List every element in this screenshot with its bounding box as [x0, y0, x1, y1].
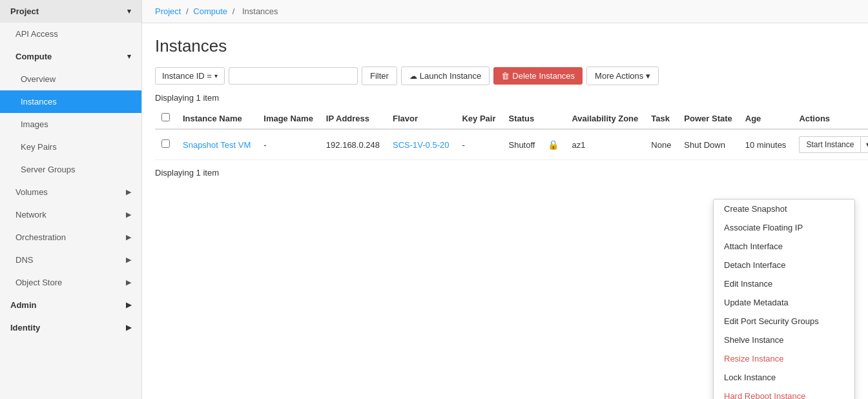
flavor-link[interactable]: SCS-1V-0.5-20 [393, 140, 449, 150]
chevron-down-icon: ▾ [127, 52, 131, 61]
launch-instance-button[interactable]: ☁ Launch Instance [401, 66, 490, 85]
row-checkbox[interactable] [155, 129, 176, 160]
sidebar-item-admin[interactable]: Admin ▶ [0, 294, 141, 316]
breadcrumb: Project / Compute / Instances [142, 0, 868, 23]
sidebar-network-label: Network [16, 210, 46, 220]
row-ip-address: 192.168.0.248 [320, 129, 386, 160]
select-all-header[interactable] [155, 108, 176, 129]
cloud-icon: ☁ [409, 72, 417, 81]
count-text-top: Displaying 1 item [155, 93, 855, 103]
sidebar-item-images[interactable]: Images [0, 113, 141, 136]
row-select-checkbox[interactable] [161, 139, 170, 148]
sidebar-dns-label: DNS [16, 255, 33, 265]
sidebar-item-object-store[interactable]: Object Store ▶ [0, 271, 141, 294]
row-az: az1 [565, 129, 645, 160]
main-content: Project / Compute / Instances Instances … [142, 0, 868, 399]
delete-instances-button[interactable]: 🗑 Delete Instances [493, 67, 583, 85]
sidebar-item-key-pairs[interactable]: Key Pairs [0, 136, 141, 158]
sidebar-item-orchestration[interactable]: Orchestration ▶ [0, 226, 141, 249]
breadcrumb-compute[interactable]: Compute [193, 6, 227, 16]
sidebar-overview-label: Overview [21, 74, 56, 84]
sidebar-identity-label: Identity [10, 323, 40, 332]
page-title: Instances [155, 36, 855, 56]
dropdown-detach-interface[interactable]: Detach Interface [714, 256, 854, 274]
row-key-pair: - [455, 129, 502, 160]
chevron-down-icon: ▾ [214, 72, 218, 79]
chevron-right-icon: ▶ [126, 233, 131, 241]
toolbar: Instance ID = ▾ Filter ☁ Launch Instance… [155, 66, 855, 85]
sidebar-admin-label: Admin [10, 300, 36, 310]
dropdown-shelve-instance[interactable]: Shelve Instance [714, 331, 854, 349]
dropdown-resize-instance[interactable]: Resize Instance [714, 349, 854, 368]
sidebar-item-api-access[interactable]: API Access [0, 23, 141, 45]
chevron-right-icon: ▶ [126, 301, 131, 309]
col-actions: Actions [792, 108, 868, 129]
more-actions-button[interactable]: More Actions ▾ [586, 66, 659, 85]
sidebar-volumes-label: Volumes [16, 187, 48, 197]
chevron-right-icon: ▶ [126, 256, 131, 264]
filter-input[interactable] [229, 67, 358, 85]
breadcrumb-project[interactable]: Project [155, 6, 181, 16]
sidebar-key-pairs-label: Key Pairs [21, 142, 57, 152]
sidebar-item-compute[interactable]: Compute ▾ [0, 45, 141, 68]
dropdown-hard-reboot[interactable]: Hard Reboot Instance [714, 387, 854, 399]
row-actions: Start Instance ▾ [792, 129, 868, 160]
col-flavor: Flavor [386, 108, 455, 129]
trash-icon: 🗑 [501, 71, 510, 81]
chevron-right-icon: ▶ [126, 278, 131, 287]
select-all-checkbox[interactable] [161, 113, 170, 121]
dropdown-edit-instance[interactable]: Edit Instance [714, 274, 854, 293]
col-lock [541, 108, 565, 129]
filter-button[interactable]: Filter [362, 66, 397, 85]
sidebar-images-label: Images [21, 119, 48, 129]
filter-select[interactable]: Instance ID = ▾ [155, 67, 225, 85]
chevron-down-icon: ▾ [127, 7, 131, 15]
sidebar-item-project[interactable]: Project ▾ [0, 0, 141, 23]
chevron-right-icon: ▶ [126, 188, 131, 196]
chevron-right-icon: ▶ [126, 323, 131, 332]
sidebar-instances-label: Instances [21, 97, 57, 107]
count-text-bottom: Displaying 1 item [155, 168, 855, 178]
sidebar-orchestration-label: Orchestration [16, 232, 66, 242]
content-area: Instances Instance ID = ▾ Filter ☁ Launc… [142, 23, 868, 399]
sidebar-item-server-groups[interactable]: Server Groups [0, 158, 141, 181]
start-instance-button[interactable]: Start Instance [799, 136, 860, 153]
row-image-name: - [257, 129, 320, 160]
dropdown-create-snapshot[interactable]: Create Snapshot [714, 200, 854, 218]
dropdown-edit-port-security[interactable]: Edit Port Security Groups [714, 312, 854, 331]
col-image-name: Image Name [257, 108, 320, 129]
col-az: Availability Zone [565, 108, 645, 129]
col-power-state: Power State [677, 108, 738, 129]
col-key-pair: Key Pair [455, 108, 502, 129]
sidebar-server-groups-label: Server Groups [21, 165, 76, 174]
sidebar-project-label: Project [10, 6, 39, 16]
breadcrumb-instances: Instances [242, 6, 278, 16]
table-row: Snapshot Test VM - 192.168.0.248 SCS-1V-… [155, 129, 868, 160]
lock-icon: 🔒 [548, 139, 559, 150]
dropdown-lock-instance[interactable]: Lock Instance [714, 368, 854, 387]
sidebar-api-access-label: API Access [16, 29, 58, 39]
sidebar-item-instances[interactable]: Instances [0, 90, 141, 113]
dropdown-associate-floating-ip[interactable]: Associate Floating IP [714, 218, 854, 237]
row-task: None [645, 129, 677, 160]
col-age: Age [739, 108, 793, 129]
row-instance-name: Snapshot Test VM [176, 129, 257, 160]
instance-name-link[interactable]: Snapshot Test VM [183, 140, 251, 150]
col-instance-name: Instance Name [176, 108, 257, 129]
action-dropdown-toggle[interactable]: ▾ [860, 136, 868, 153]
row-flavor: SCS-1V-0.5-20 [386, 129, 455, 160]
action-dropdown-menu: Create Snapshot Associate Floating IP At… [713, 199, 855, 399]
sidebar-item-overview[interactable]: Overview [0, 68, 141, 90]
row-power-state: Shut Down [677, 129, 738, 160]
sidebar: Project ▾ API Access Compute ▾ Overview … [0, 0, 142, 399]
sidebar-compute-label: Compute [16, 52, 52, 61]
sidebar-object-store-label: Object Store [16, 278, 62, 287]
dropdown-update-metadata[interactable]: Update Metadata [714, 293, 854, 312]
sidebar-item-identity[interactable]: Identity ▶ [0, 316, 141, 339]
sidebar-item-network[interactable]: Network ▶ [0, 203, 141, 226]
dropdown-attach-interface[interactable]: Attach Interface [714, 237, 854, 256]
sidebar-item-dns[interactable]: DNS ▶ [0, 249, 141, 271]
row-age: 10 minutes [739, 129, 793, 160]
col-status: Status [502, 108, 541, 129]
sidebar-item-volumes[interactable]: Volumes ▶ [0, 181, 141, 203]
